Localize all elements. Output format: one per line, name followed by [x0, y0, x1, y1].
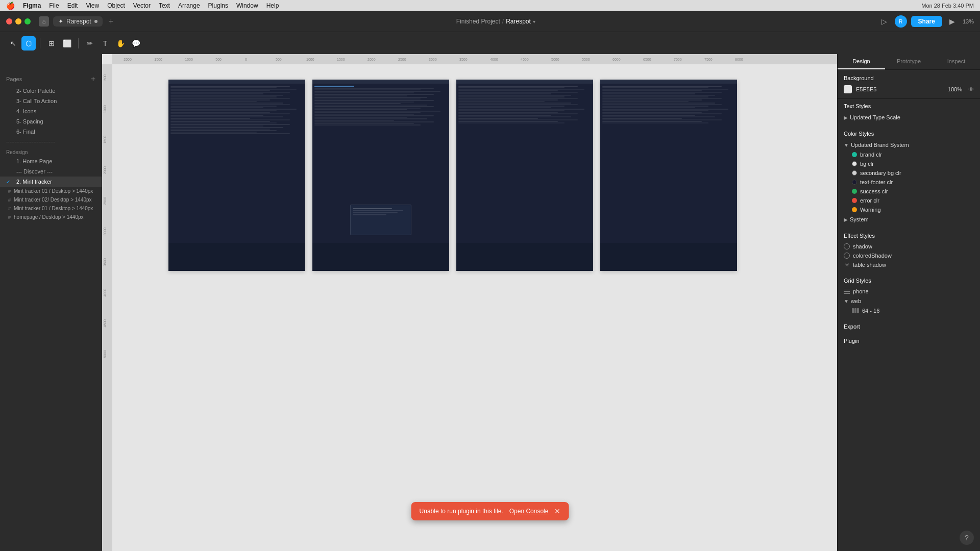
- effect-colored-shadow[interactable]: coloredShadow: [844, 251, 974, 260]
- right-sidebar: Design Prototype Inspect Background E5E5…: [837, 54, 980, 551]
- color-bg-clr[interactable]: bg clr: [852, 159, 974, 168]
- menu-edit[interactable]: Edit: [67, 2, 78, 9]
- menu-help[interactable]: Help: [266, 2, 279, 9]
- page-label: --- Discover ---: [16, 168, 53, 174]
- color-brand-clr[interactable]: brand clr: [852, 150, 974, 159]
- pages-section-header: Pages +: [0, 70, 102, 86]
- toast-message: Unable to run plugin in this file.: [420, 508, 503, 515]
- export-section: Export: [838, 319, 980, 334]
- frame-preview-4[interactable]: [600, 80, 737, 271]
- system-group-header[interactable]: ▶ System: [844, 214, 974, 224]
- background-visibility-icon[interactable]: 👁: [968, 86, 974, 92]
- frame-preview-1[interactable]: [168, 80, 305, 271]
- minimize-button[interactable]: [15, 18, 21, 24]
- page-home[interactable]: 1. Home Page: [0, 156, 102, 166]
- section-tool[interactable]: ⬜: [60, 36, 74, 51]
- hand-tool[interactable]: ✋: [113, 36, 128, 51]
- dropdown-icon[interactable]: ▾: [533, 19, 535, 24]
- system-name: System: [850, 216, 869, 222]
- warning-label: Warning: [860, 207, 881, 213]
- add-tab-button[interactable]: +: [109, 17, 113, 26]
- figma-logo: ✦: [58, 18, 63, 25]
- apple-icon: 🍎: [6, 2, 15, 10]
- shadow-label: shadow: [853, 243, 872, 249]
- grid-styles-title: Grid Styles: [844, 278, 974, 284]
- grid-64-16[interactable]: 64 - 16: [852, 306, 974, 315]
- fullscreen-button[interactable]: [24, 18, 31, 24]
- page-item-color-palette[interactable]: 2- Color Palette: [0, 86, 102, 96]
- page-discover[interactable]: --- Discover ---: [0, 166, 102, 177]
- file-tab[interactable]: ✦ Rarespot: [53, 16, 103, 27]
- tab-prototype[interactable]: Prototype: [885, 54, 933, 69]
- color-warning[interactable]: Warning: [852, 205, 974, 214]
- move-tool[interactable]: ↖: [6, 36, 20, 51]
- help-button[interactable]: ?: [960, 531, 974, 545]
- frame-label: homepage / Desktop > 1440px: [14, 214, 83, 220]
- text-tool[interactable]: T: [98, 36, 112, 51]
- frame-preview-2[interactable]: [312, 80, 449, 271]
- right-panel-tabs: Design Prototype Inspect: [838, 54, 980, 70]
- brand-system-group-header[interactable]: ▼ Updated Brand System: [844, 140, 974, 150]
- grid-phone[interactable]: phone: [844, 287, 974, 296]
- open-console-link[interactable]: Open Console: [509, 508, 549, 515]
- home-icon[interactable]: ⌂: [39, 16, 49, 27]
- bg-clr-swatch: [852, 161, 857, 166]
- pen-tool[interactable]: ✏: [83, 36, 97, 51]
- hash-icon: #: [8, 197, 11, 203]
- web-grid-group[interactable]: ▼ web: [844, 296, 974, 306]
- effect-styles-section: Effect Styles shadow coloredShadow ✳ tab…: [838, 229, 980, 273]
- menu-file[interactable]: File: [49, 2, 59, 9]
- table-shadow-icon: ✳: [844, 262, 850, 268]
- frame-preview-3[interactable]: [456, 80, 593, 271]
- add-page-button[interactable]: +: [91, 74, 95, 84]
- tab-inspect[interactable]: Inspect: [933, 54, 980, 69]
- menu-vector[interactable]: Vector: [133, 2, 151, 9]
- page-item-final[interactable]: 6- Final: [0, 127, 102, 137]
- page-label: 4- Icons: [16, 108, 36, 114]
- effect-table-shadow[interactable]: ✳ table shadow: [844, 260, 974, 269]
- menu-window[interactable]: Window: [236, 2, 258, 9]
- color-success-clr[interactable]: success clr: [852, 187, 974, 196]
- menu-arrange[interactable]: Arrange: [178, 2, 200, 9]
- phone-label: phone: [853, 288, 869, 294]
- toast-close-button[interactable]: ✕: [554, 507, 560, 515]
- frame-tool[interactable]: ⊞: [44, 36, 59, 51]
- page-item-spacing[interactable]: 5- Spacing: [0, 116, 102, 127]
- color-error-clr[interactable]: error clr: [852, 196, 974, 205]
- page-item-icons[interactable]: 4- Icons: [0, 106, 102, 116]
- tool-group-select: ↖ ⬡: [6, 36, 36, 51]
- hash-icon: #: [8, 189, 11, 194]
- tab-design[interactable]: Design: [838, 54, 885, 69]
- background-swatch[interactable]: [844, 85, 852, 93]
- toolbar-sep-1: [40, 38, 40, 48]
- play-icon[interactable]: ▶: [946, 15, 959, 28]
- hash-icon: #: [8, 215, 11, 220]
- filename-label: Rarespot: [66, 18, 91, 25]
- page-label: 5- Spacing: [16, 118, 43, 124]
- menu-figma[interactable]: Figma: [23, 2, 41, 9]
- share-button[interactable]: Share: [911, 16, 942, 27]
- frame-homepage[interactable]: # homepage / Desktop > 1440px: [0, 213, 102, 221]
- frame-mint3[interactable]: # Mint tracker 01 / Desktop > 1440px: [0, 204, 102, 213]
- select-tool[interactable]: ⬡: [21, 36, 36, 51]
- frame-mint2[interactable]: # Mint tracker 02/ Desktop > 1440px: [0, 195, 102, 204]
- menu-text[interactable]: Text: [159, 2, 170, 9]
- ruler-horizontal: -2000 -1500 -1000 -500 0 500 1000 1500 2…: [112, 54, 837, 64]
- present-icon[interactable]: ▷: [878, 15, 891, 28]
- color-text-footer-clr[interactable]: text-footer clr: [852, 178, 974, 187]
- page-mint-tracker[interactable]: ✓ 2. Mint tracker: [0, 177, 102, 187]
- color-secondary-bg-clr[interactable]: secondary bg clr: [852, 168, 974, 178]
- background-opacity: 100%: [948, 86, 962, 92]
- effect-shadow[interactable]: shadow: [844, 242, 974, 251]
- close-button[interactable]: [6, 18, 12, 24]
- frame-mint1[interactable]: # Mint tracker 01 / Desktop > 1440px: [0, 187, 102, 195]
- success-clr-label: success clr: [860, 188, 888, 194]
- menu-view[interactable]: View: [86, 2, 99, 9]
- canvas-area[interactable]: -2000 -1500 -1000 -500 0 500 1000 1500 2…: [102, 54, 837, 551]
- menu-object[interactable]: Object: [107, 2, 125, 9]
- brand-system-name: Updated Brand System: [851, 142, 909, 148]
- comment-tool[interactable]: 💬: [129, 36, 143, 51]
- page-item-cta[interactable]: 3- Call To Action: [0, 96, 102, 106]
- menu-plugins[interactable]: Plugins: [208, 2, 228, 9]
- text-style-group[interactable]: ▶ Updated Type Scale: [844, 112, 974, 122]
